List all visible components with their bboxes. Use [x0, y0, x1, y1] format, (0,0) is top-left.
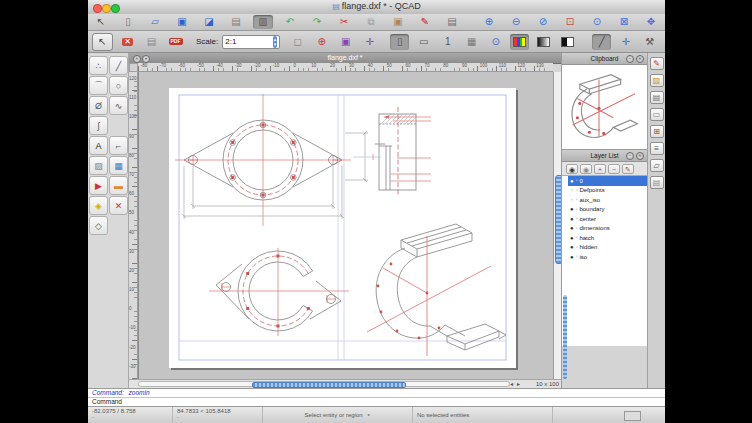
status-resize-box[interactable] — [624, 411, 641, 421]
arc-tool[interactable]: ⌒ — [89, 76, 108, 95]
image-tool[interactable]: ▦ — [109, 156, 128, 175]
pan-button[interactable]: ✥ — [641, 15, 661, 29]
block-panel-button[interactable]: ▱ — [650, 159, 664, 172]
paste-button[interactable]: ▣ — [388, 15, 408, 29]
modify-tool[interactable]: ▶ — [89, 176, 108, 195]
layer-visibility-eye-icon[interactable]: ● — [570, 216, 574, 222]
zoom-auto-button[interactable]: ⊘ — [533, 15, 553, 29]
full-color-mode-button[interactable] — [510, 34, 529, 50]
grayscale-mode-button[interactable] — [534, 34, 553, 50]
landscape-orientation-button[interactable]: ▭ — [414, 34, 433, 50]
layer-visibility-eye-icon[interactable]: ○ — [570, 197, 574, 203]
draw-pen-button[interactable]: ✎ — [415, 15, 435, 29]
layer-row-dimensions[interactable]: ●▫dimensions — [568, 224, 647, 234]
command-input-line[interactable]: Command — [88, 397, 665, 406]
layer-visibility-eye-icon[interactable]: ● — [570, 206, 574, 212]
select-tool-button[interactable]: ↖ — [91, 15, 111, 29]
lineweight-panel-button[interactable]: ▤ — [650, 91, 664, 104]
polyline-tool[interactable]: ʃ — [89, 116, 108, 135]
layer-lock-icon[interactable]: ▫ — [576, 188, 578, 193]
zoom-out-button[interactable]: ⊖ — [506, 15, 526, 29]
property-editor-panel-button[interactable]: ✎ — [650, 57, 664, 70]
print-button[interactable]: ▤ — [226, 15, 246, 29]
layer-visibility-eye-icon[interactable]: ● — [570, 244, 574, 250]
ellipse-tool[interactable]: Ø — [89, 96, 108, 115]
clipboard-close-icon[interactable]: ✕ — [636, 55, 644, 63]
clipboard-panel-header[interactable]: Clipboard −✕ — [562, 53, 647, 65]
zoom-previous-button[interactable]: ⊙ — [587, 15, 607, 29]
measure-tool[interactable]: ▬ — [109, 176, 128, 195]
spline-tool[interactable]: ∿ — [109, 96, 128, 115]
paper-crosshair-button[interactable]: ✛ — [360, 34, 379, 50]
horizontal-scrollbar[interactable] — [138, 381, 510, 387]
copy-button[interactable]: ⧉ — [361, 15, 381, 29]
print-document-button[interactable]: ▤ — [142, 34, 161, 50]
circle-tool[interactable]: ○ — [109, 76, 128, 95]
vertical-scrollbar[interactable] — [553, 72, 561, 379]
layer-list-close-icon[interactable]: ✕ — [636, 152, 644, 160]
undo-button[interactable]: ↶ — [280, 15, 300, 29]
text-tool[interactable]: A — [89, 136, 108, 155]
print-preview-button[interactable]: ▥ — [253, 15, 273, 29]
line-tool[interactable]: ╱ — [109, 56, 128, 75]
save-as-button[interactable]: ◪ — [199, 15, 219, 29]
scale-combobox[interactable]: 2:1 ▴▾ — [222, 35, 280, 49]
layer-panel-button[interactable]: ≡ — [650, 142, 664, 155]
close-print-preview-button[interactable]: ✕ — [118, 34, 137, 50]
layer-list-collapse-icon[interactable]: − — [626, 152, 634, 160]
layer-lock-icon[interactable]: ▫ — [576, 178, 578, 183]
hide-all-layers-button[interactable]: ◉ — [580, 164, 592, 174]
add-layer-button[interactable]: + — [594, 164, 606, 174]
hatch-tool[interactable]: ▨ — [89, 156, 108, 175]
developer-tools-button[interactable]: ⚒ — [640, 34, 659, 50]
layer-row-Defpoints[interactable]: ○▫Defpoints — [568, 186, 647, 196]
edit-layer-button[interactable]: ✎ — [622, 164, 634, 174]
layer-list-panel-header[interactable]: Layer List −✕ — [562, 150, 647, 162]
paper-offset-button[interactable]: ◻ — [288, 34, 307, 50]
clipboard-collapse-icon[interactable]: − — [626, 55, 634, 63]
layer-lock-icon[interactable]: ▫ — [576, 235, 578, 240]
snap-tool[interactable]: ◈ — [89, 196, 108, 215]
paper-box-button[interactable]: ▣ — [336, 34, 355, 50]
dimension-tool[interactable]: ⌐ — [109, 136, 128, 155]
layer-lock-icon[interactable]: ▫ — [576, 207, 578, 212]
layer-lock-icon[interactable]: ▫ — [576, 197, 578, 202]
explode-tool[interactable]: ✕ — [109, 196, 128, 215]
layer-row-center[interactable]: ●▫center — [568, 214, 647, 224]
layer-lock-icon[interactable]: ▫ — [576, 254, 578, 259]
scroll-left-icon[interactable]: ◂ — [510, 380, 513, 387]
layer-row-hatch[interactable]: ●▫hatch — [568, 233, 647, 243]
layer-lock-icon[interactable]: ▫ — [576, 245, 578, 250]
zoom-to-page-button[interactable]: ⊙ — [486, 34, 505, 50]
snap-center-button[interactable]: ✛ — [616, 34, 635, 50]
layer-row-hidden[interactable]: ●▫hidden — [568, 243, 647, 253]
layer-lock-icon[interactable]: ▫ — [576, 226, 578, 231]
projection-tool[interactable]: ◇ — [89, 216, 108, 235]
layer-row-boundary[interactable]: ●▫boundary — [568, 205, 647, 215]
zoom-window-button[interactable]: ⊡ — [560, 15, 580, 29]
page-count-button[interactable]: 1 — [438, 34, 457, 50]
portrait-orientation-button[interactable]: ▯ — [390, 34, 409, 50]
center-drawing-button[interactable]: ⊕ — [312, 34, 331, 50]
pdf-export-button[interactable]: PDF — [166, 34, 185, 50]
layer-visibility-eye-icon[interactable]: ○ — [570, 187, 574, 193]
point-tool[interactable]: ∴ — [89, 56, 108, 75]
zoom-in-button[interactable]: ⊕ — [479, 15, 499, 29]
redo-button[interactable]: ↷ — [307, 15, 327, 29]
layer-visibility-eye-icon[interactable]: ● — [570, 225, 574, 231]
notes-panel-button[interactable]: ▭ — [650, 108, 664, 121]
add-panel-button[interactable]: ⊞ — [650, 125, 664, 138]
save-button[interactable]: ▣ — [172, 15, 192, 29]
layer-visibility-eye-icon[interactable]: ● — [570, 178, 574, 184]
lineweight-list-button[interactable]: ▤ — [442, 15, 462, 29]
layer-row-0[interactable]: ●▫0 — [568, 176, 647, 186]
show-all-layers-button[interactable]: ◉ — [566, 164, 578, 174]
layer-lock-icon[interactable]: ▫ — [576, 216, 578, 221]
hatch-panel-button[interactable]: ▨ — [650, 74, 664, 87]
layer-visibility-eye-icon[interactable]: ● — [570, 254, 574, 260]
black-white-mode-button[interactable] — [558, 34, 577, 50]
drawing-viewport[interactable] — [138, 72, 553, 379]
layer-visibility-eye-icon[interactable]: ● — [570, 235, 574, 241]
show-paper-grid-button[interactable]: ▦ — [462, 34, 481, 50]
draw-order-button[interactable]: ╱ — [592, 34, 611, 50]
